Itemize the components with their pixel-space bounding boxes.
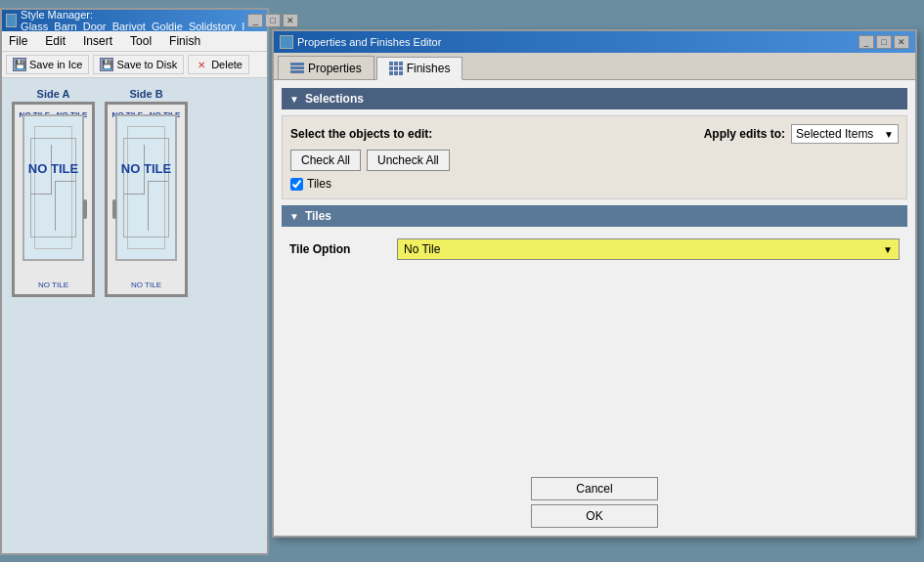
save-ice-icon: 💾 xyxy=(13,58,26,71)
selections-header: ▼ Selections xyxy=(282,88,907,109)
side-b-label: Side B xyxy=(129,88,162,100)
sm-content: Side A NO TILE NO TILE NO TILE NO TILE N… xyxy=(2,78,267,553)
delete-icon: ✕ xyxy=(195,58,208,71)
side-b-no-tile-bottom: NO TILE xyxy=(108,281,185,289)
tab-properties[interactable]: Properties xyxy=(278,56,374,79)
pfe-title: Properties and Finishes Editor xyxy=(297,36,441,48)
side-a-no-tile-big: NO TILE xyxy=(15,161,92,176)
selections-header-label: Selections xyxy=(305,92,364,106)
save-disk-button[interactable]: 💾 Save to Disk xyxy=(93,55,184,74)
menu-tool[interactable]: Tool xyxy=(127,33,154,49)
side-a-no-tile-bottom: NO TILE xyxy=(15,281,92,289)
toolbar: 💾 Save in Ice 💾 Save to Disk ✕ Delete xyxy=(2,52,267,78)
cancel-button[interactable]: Cancel xyxy=(531,477,658,500)
menu-bar: File Edit Insert Tool Finish xyxy=(2,31,267,52)
apply-edits-dropdown-arrow-icon: ▼ xyxy=(884,129,894,140)
pfe-tabs: Properties Finishes xyxy=(274,53,915,80)
apply-edits-label: Apply edits to: xyxy=(704,127,785,141)
check-buttons-row: Check All Uncheck All xyxy=(290,150,899,171)
side-a-panel: Side A NO TILE NO TILE NO TILE NO TILE N… xyxy=(12,88,95,543)
apply-edits-dropdown[interactable]: Selected Items ▼ xyxy=(791,124,899,144)
delete-button[interactable]: ✕ Delete xyxy=(188,55,249,74)
tiles-section-label: Tiles xyxy=(305,209,331,223)
menu-finish[interactable]: Finish xyxy=(166,33,203,49)
menu-file[interactable]: File xyxy=(6,33,30,49)
uncheck-all-button[interactable]: Uncheck All xyxy=(367,150,450,171)
bottom-buttons: Cancel OK xyxy=(274,477,915,528)
properties-tab-icon xyxy=(290,63,304,73)
tile-option-label: Tile Option xyxy=(289,242,387,256)
tiles-section-header: ▼ Tiles xyxy=(282,205,907,227)
tile-option-row: Tile Option No Tile ▼ xyxy=(282,233,907,266)
select-row: Select the objects to edit: Apply edits … xyxy=(290,124,899,144)
side-b-glass xyxy=(115,114,177,261)
side-b-panel: Side B NO TILE NO TILE NO TILE NO TILE N… xyxy=(105,88,188,543)
save-ice-label: Save in Ice xyxy=(29,59,82,70)
tile-option-dropdown[interactable]: No Tile ▼ xyxy=(397,238,900,260)
pfe-body: ▼ Selections Select the objects to edit:… xyxy=(274,80,915,274)
select-objects-label: Select the objects to edit: xyxy=(290,127,432,141)
tiles-checkbox-row: Tiles xyxy=(290,177,899,191)
tab-finishes[interactable]: Finishes xyxy=(376,57,463,80)
tiles-checkbox-label: Tiles xyxy=(307,177,331,191)
tiles-checkbox[interactable] xyxy=(290,178,303,191)
pfe-titlebar: Properties and Finishes Editor _ □ ✕ xyxy=(274,31,915,53)
pfe-close-button[interactable]: ✕ xyxy=(894,35,909,49)
app-icon xyxy=(6,14,17,27)
side-a-label: Side A xyxy=(37,88,70,100)
maximize-button[interactable]: □ xyxy=(265,14,281,27)
pfe-restore-button[interactable]: □ xyxy=(876,35,892,49)
pfe-app-icon xyxy=(280,35,293,49)
side-b-handle xyxy=(112,199,116,219)
save-disk-label: Save to Disk xyxy=(116,59,177,70)
tile-option-value: No Tile xyxy=(404,242,440,256)
side-a-glass xyxy=(22,114,84,261)
style-manager-title: Style Manager: Glass_Barn_Door_Barivot_G… xyxy=(21,9,247,32)
tab-finishes-label: Finishes xyxy=(407,62,451,75)
close-button[interactable]: ✕ xyxy=(283,14,298,27)
menu-insert[interactable]: Insert xyxy=(80,33,115,49)
finishes-tab-icon xyxy=(389,62,403,75)
save-disk-icon: 💾 xyxy=(100,58,113,71)
apply-edits-area: Apply edits to: Selected Items ▼ xyxy=(704,124,899,144)
save-ice-button[interactable]: 💾 Save in Ice xyxy=(6,55,89,74)
side-a-frame: NO TILE NO TILE NO TILE NO TILE NO TILE xyxy=(12,102,95,297)
selections-arrow-icon: ▼ xyxy=(289,94,299,105)
tiles-section-arrow-icon: ▼ xyxy=(289,211,299,222)
tile-option-dropdown-arrow-icon: ▼ xyxy=(883,244,893,255)
ok-button[interactable]: OK xyxy=(531,504,658,528)
tab-properties-label: Properties xyxy=(308,62,362,75)
menu-edit[interactable]: Edit xyxy=(42,33,68,49)
selections-area: Select the objects to edit: Apply edits … xyxy=(282,115,907,199)
pfe-window: Properties and Finishes Editor _ □ ✕ Pro… xyxy=(272,29,917,538)
pfe-minimize-button[interactable]: _ xyxy=(858,35,874,49)
minimize-button[interactable]: _ xyxy=(247,14,263,27)
side-a-handle xyxy=(83,199,87,219)
apply-edits-value: Selected Items xyxy=(796,127,873,141)
check-all-button[interactable]: Check All xyxy=(290,150,361,171)
side-b-frame: NO TILE NO TILE NO TILE NO TILE NO TILE xyxy=(105,102,188,297)
delete-label: Delete xyxy=(211,59,242,70)
side-b-no-tile-big: NO TILE xyxy=(108,161,185,176)
style-manager-window: Style Manager: Glass_Barn_Door_Barivot_G… xyxy=(0,8,269,555)
style-manager-titlebar: Style Manager: Glass_Barn_Door_Barivot_G… xyxy=(2,10,267,31)
